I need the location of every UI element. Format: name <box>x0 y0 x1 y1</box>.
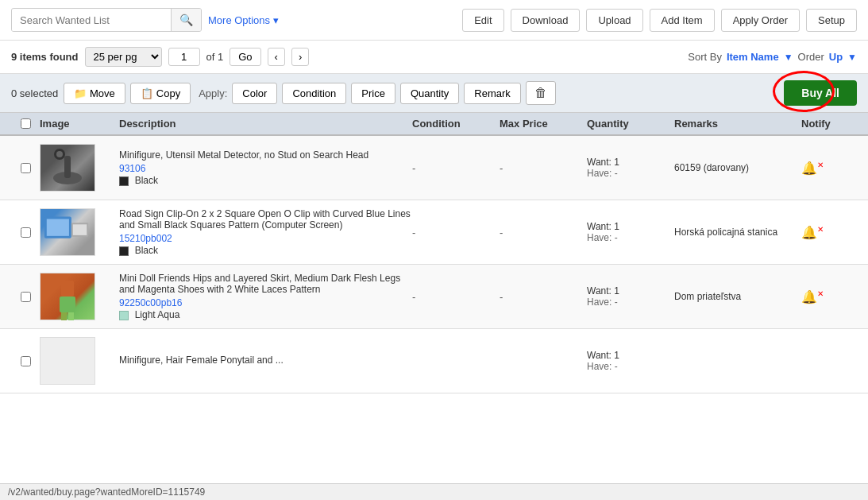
table-row: Minifigure, Utensil Metal Detector, no S… <box>0 136 868 200</box>
row-1-desc-cell: Minifigure, Utensil Metal Detector, no S… <box>119 149 412 186</box>
row-3-notify-icon[interactable]: 🔔✕ <box>801 289 857 304</box>
row-3-desc-cell: Mini Doll Friends Hips and Layered Skirt… <box>119 273 412 320</box>
move-icon: 📁 <box>74 87 87 99</box>
row-2-image <box>40 208 119 256</box>
row-1-condition: - <box>412 162 500 174</box>
row-1-checkbox[interactable] <box>21 163 31 173</box>
row-3-remarks: Dom priateľstva <box>674 291 801 302</box>
items-found: 9 items found <box>11 51 79 63</box>
search-wrapper: 🔍 <box>11 8 202 32</box>
row-3-color-swatch <box>119 311 129 320</box>
row-1-notify-icon[interactable]: 🔔✕ <box>801 161 857 176</box>
color-button[interactable]: Color <box>232 83 277 104</box>
row-3-want: Want: 1 <box>587 285 674 297</box>
row-3-have: Have: - <box>587 297 674 308</box>
row-1-max-price: - <box>500 162 587 174</box>
order-dropdown-button[interactable]: ▼ <box>847 52 857 63</box>
row-4-quantity: Want: 1 Have: - <box>587 350 674 372</box>
search-button[interactable]: 🔍 <box>171 9 201 31</box>
select-all-checkbox[interactable] <box>21 118 31 129</box>
next-page-button[interactable]: › <box>291 48 309 66</box>
table-row: Road Sign Clip-On 2 x 2 Square Open O Cl… <box>0 200 868 265</box>
table-header: Image Description Condition Max Price Qu… <box>0 113 868 136</box>
buy-all-wrapper: Buy All <box>784 80 857 106</box>
quantity-button[interactable]: Quantity <box>400 83 459 104</box>
setup-button[interactable]: Setup <box>806 9 857 32</box>
add-item-button[interactable]: Add Item <box>650 9 715 32</box>
apply-label: Apply: <box>199 87 227 99</box>
row-1-desc: Minifigure, Utensil Metal Detector, no S… <box>119 149 412 161</box>
page-input[interactable] <box>168 48 200 66</box>
row-3-condition: - <box>412 291 500 303</box>
row-1-item-no[interactable]: 93106 <box>119 163 145 174</box>
row-1-image <box>40 144 119 192</box>
sort-by-label: Sort By <box>688 51 722 63</box>
th-image: Image <box>40 118 119 130</box>
row-2-condition: - <box>412 227 500 238</box>
sort-value[interactable]: Item Name <box>727 51 779 63</box>
copy-icon: 📋 <box>141 87 153 99</box>
svg-rect-10 <box>61 312 67 320</box>
th-quantity: Quantity <box>587 118 674 130</box>
row-2-want: Want: 1 <box>587 221 674 232</box>
item-image-3 <box>40 273 95 320</box>
go-button[interactable]: Go <box>230 48 260 66</box>
row-1-have: Have: - <box>587 168 674 179</box>
row-2-quantity: Want: 1 Have: - <box>587 221 674 243</box>
table-row: Mini Doll Friends Hips and Layered Skirt… <box>0 265 868 329</box>
row-1-color-swatch <box>119 176 129 186</box>
row-4-image <box>40 337 119 385</box>
move-button[interactable]: 📁 Move <box>64 83 125 104</box>
row-3-checkbox[interactable] <box>21 292 31 302</box>
buy-all-button[interactable]: Buy All <box>784 80 857 106</box>
table-row: Minifigure, Hair Female Ponytail and ...… <box>0 329 868 393</box>
apply-order-button[interactable]: Apply Order <box>721 9 800 32</box>
row-1-quantity: Want: 1 Have: - <box>587 157 674 179</box>
row-2-max-price: - <box>500 227 587 238</box>
order-value[interactable]: Up <box>829 51 843 63</box>
svg-rect-8 <box>61 281 74 297</box>
sort-area: Sort By Item Name ▼ Order Up ▼ <box>688 51 857 63</box>
upload-button[interactable]: Upload <box>586 9 642 32</box>
item-image-1 <box>40 144 95 192</box>
th-condition: Condition <box>412 118 500 130</box>
row-2-checkbox[interactable] <box>21 227 31 238</box>
search-input[interactable] <box>12 10 171 31</box>
condition-button[interactable]: Condition <box>282 83 346 104</box>
prev-page-button[interactable]: ‹ <box>268 48 285 66</box>
remark-button[interactable]: Remark <box>464 83 521 104</box>
row-4-desc-cell: Minifigure, Hair Female Ponytail and ... <box>119 355 412 367</box>
sort-dropdown-button[interactable]: ▼ <box>784 52 793 63</box>
row-4-have: Have: - <box>587 361 674 372</box>
svg-rect-9 <box>60 297 75 312</box>
delete-button[interactable]: 🗑 <box>526 81 556 105</box>
row-3-image <box>40 273 119 320</box>
row-2-color-swatch <box>119 246 129 256</box>
row-1-color: Black <box>135 175 158 186</box>
download-button[interactable]: Download <box>511 9 581 32</box>
row-2-color: Black <box>135 245 158 256</box>
more-options-button[interactable]: More Options ▾ <box>208 14 279 26</box>
row-4-want: Want: 1 <box>587 350 674 361</box>
edit-button[interactable]: Edit <box>462 9 503 32</box>
row-2-item-no[interactable]: 15210pb002 <box>119 233 172 244</box>
row-3-item-no[interactable]: 92250c00pb16 <box>119 297 182 308</box>
item-image-4 <box>40 337 95 385</box>
svg-rect-1 <box>64 156 71 178</box>
copy-button[interactable]: 📋 Copy <box>130 83 191 104</box>
th-description: Description <box>119 118 412 130</box>
per-page-select[interactable]: 25 per pg 50 per pg 100 per pg <box>85 47 162 67</box>
price-button[interactable]: Price <box>351 83 395 104</box>
pagination-bar: 9 items found 25 per pg 50 per pg 100 pe… <box>0 41 868 74</box>
row-2-desc: Road Sign Clip-On 2 x 2 Square Open O Cl… <box>119 208 412 231</box>
action-bar: 0 selected 📁 Move 📋 Copy Apply: Color Co… <box>0 74 868 113</box>
svg-rect-7 <box>73 224 87 235</box>
item-image-2 <box>40 208 95 256</box>
row-4-desc: Minifigure, Hair Female Ponytail and ... <box>119 355 412 366</box>
row-2-notify-icon[interactable]: 🔔✕ <box>801 225 857 240</box>
row-1-remarks: 60159 (darovany) <box>674 162 801 173</box>
selected-count: 0 selected <box>11 87 59 99</box>
row-2-have: Have: - <box>587 232 674 243</box>
row-4-checkbox[interactable] <box>21 356 31 366</box>
th-max-price: Max Price <box>500 118 587 130</box>
